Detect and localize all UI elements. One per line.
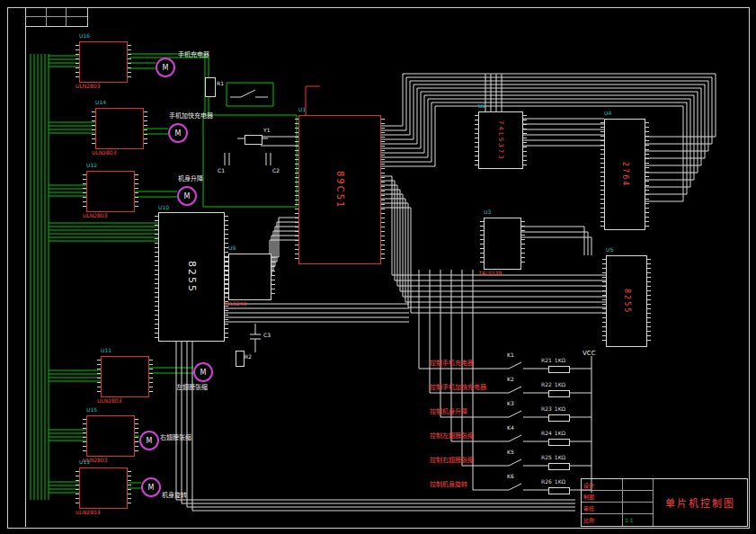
pin-row-icon: [128, 471, 131, 505]
switch-designator: K4: [507, 425, 514, 432]
corner-divider: [26, 16, 87, 17]
resistor-symbol: [548, 390, 570, 397]
resistor-ref: R24: [541, 430, 552, 436]
titleblock-field: 制图: [582, 491, 623, 503]
resistor-symbol: [548, 439, 570, 446]
switch-designator: K6: [507, 474, 514, 480]
crystal-symbol: [245, 135, 262, 145]
chip-designator: U3: [484, 209, 491, 216]
pin-row-icon: [83, 419, 86, 453]
resistor-symbol: [205, 77, 216, 97]
title-block: 设计 单片机控制图 制图 审核 比例 1:1: [581, 478, 748, 527]
pin-row-icon: [523, 115, 527, 165]
relay-row-label: 控制机身升降: [430, 406, 467, 415]
pin-row-icon: [225, 257, 228, 297]
resistor-ref: R23: [541, 405, 552, 412]
resistor-label: R26 1KΩ: [541, 478, 565, 485]
titleblock-field: 比例: [582, 514, 623, 526]
pin-row-icon: [381, 119, 385, 261]
chip-label: ULN2803: [76, 510, 101, 516]
chip-designator: U13: [79, 459, 90, 466]
relay-row-label: 控制手机加快充电器: [430, 382, 486, 391]
resistor-symbol: [548, 487, 570, 494]
chip-label: 8255: [186, 261, 198, 293]
pin-row-icon: [647, 259, 651, 343]
titleblock-field: 设计: [582, 479, 623, 491]
relay-row-label: 控制手机充电器: [430, 358, 474, 367]
resistor-value: 1KΩ: [555, 381, 565, 387]
decoder-chip: [484, 218, 521, 270]
chip-label: 89C51: [335, 171, 345, 209]
pin-row-icon: [144, 111, 147, 146]
chip-designator: U2: [478, 103, 485, 110]
pio-left-chip: 8255: [158, 212, 225, 342]
chip-designator: U16: [79, 33, 90, 40]
chip-label: 2764: [621, 162, 629, 187]
resistor-symbol: [548, 463, 570, 470]
resistor-value: 1KΩ: [555, 357, 565, 363]
chip-label: ULN2803: [97, 398, 122, 405]
titleblock-field: 审核: [582, 503, 623, 514]
motor-icon: M: [193, 362, 213, 382]
chip-label: ULN2803: [76, 84, 101, 90]
motor-caption: 右翅膀张缩: [160, 435, 191, 442]
motor-letter: M: [147, 437, 153, 445]
pin-row-icon: [602, 259, 606, 343]
relay-row-label: 控制机身旋转: [430, 479, 467, 488]
chip-label: 74LS373: [497, 120, 504, 161]
frame-margin-line: [25, 7, 26, 527]
pin-row-icon: [149, 360, 153, 394]
resistor-label: R25 1KΩ: [541, 454, 565, 460]
switch-designator: K5: [507, 449, 514, 456]
motor-letter: M: [148, 484, 155, 492]
titleblock-value: [623, 503, 654, 514]
driver-chip: [79, 41, 128, 83]
titleblock-scale: 1:1: [623, 514, 654, 526]
pin-row-icon: [76, 471, 79, 505]
pin-row-icon: [92, 111, 95, 146]
motor-caption: 左翅膀张缩: [176, 385, 208, 392]
motor-caption: 手机充电器: [178, 52, 209, 59]
resistor-ref: R21: [541, 357, 552, 363]
switch-designator: K1: [507, 352, 514, 359]
chip-designator: U12: [86, 163, 97, 169]
driver-chip: [95, 108, 144, 149]
driver-chip: [86, 171, 135, 212]
pin-row-icon: [295, 119, 298, 261]
motor-caption: 机身升降: [178, 176, 203, 183]
resistor-label: R2: [245, 354, 252, 360]
relay-row-label: 控制右翅膀张缩: [430, 455, 474, 464]
chip-designator: U1: [298, 107, 306, 113]
switch-designator: K3: [507, 401, 514, 407]
chip-label: 74LS245: [223, 301, 246, 307]
resistor-label: R24 1KΩ: [541, 430, 565, 436]
pin-row-icon: [600, 122, 604, 227]
pin-row-icon: [475, 115, 478, 165]
switch-designator: K2: [507, 377, 514, 383]
eprom-chip: 2764: [604, 119, 645, 230]
corner-divider: [66, 8, 67, 26]
motor-icon: M: [177, 186, 197, 206]
pin-row-icon: [155, 216, 158, 338]
chip-designator: U4: [604, 111, 611, 117]
capacitor-label: C2: [272, 168, 280, 174]
resistor-label: R1: [217, 81, 224, 87]
motor-caption: 手机加快充电器: [169, 113, 213, 120]
resistor-value: 1KΩ: [555, 405, 565, 412]
motor-letter: M: [200, 369, 207, 377]
motor-letter: M: [184, 192, 191, 200]
resistor-ref: R25: [541, 454, 552, 460]
pin-row-icon: [645, 122, 649, 227]
pin-row-icon: [97, 360, 101, 394]
capacitor-label: C1: [218, 168, 225, 174]
resistor-symbol: [236, 351, 245, 367]
pin-row-icon: [135, 419, 138, 453]
resistor-symbol: [548, 366, 570, 373]
crystal-label: Y1: [263, 128, 270, 134]
chip-designator: U15: [86, 407, 97, 414]
capacitor-label: C3: [263, 333, 271, 339]
driver-chip: [86, 415, 135, 457]
motor-icon: M: [156, 58, 175, 77]
driver-chip: [101, 356, 149, 397]
pin-row-icon: [135, 174, 138, 209]
